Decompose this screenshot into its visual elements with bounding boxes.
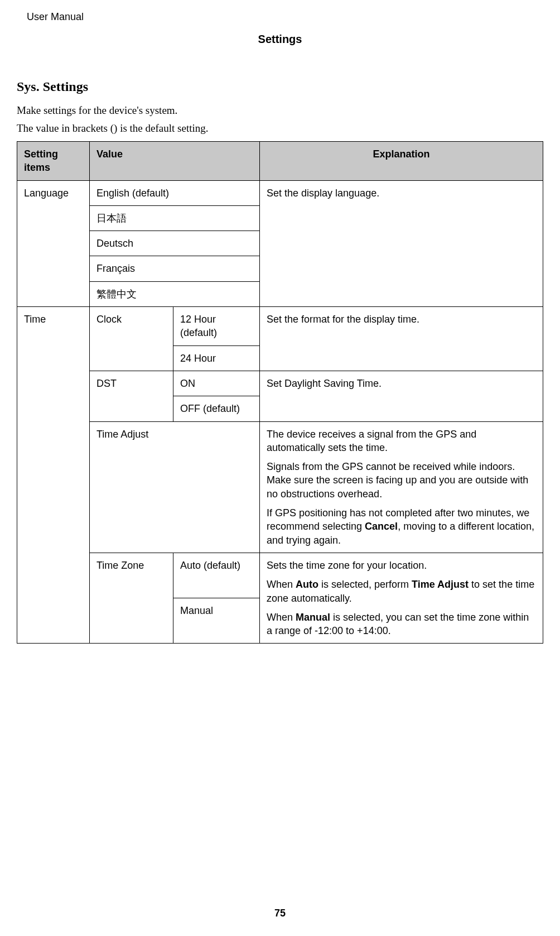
time-adjust-p3: If GPS positioning has not completed aft… xyxy=(267,506,536,547)
cell-dst-explanation: Set Daylight Saving Time. xyxy=(260,371,543,421)
settings-table: Setting items Value Explanation Language… xyxy=(17,141,543,644)
time-adjust-p3b-cancel: Cancel xyxy=(365,521,398,532)
page-number: 75 xyxy=(0,908,560,919)
table-header-explanation: Explanation xyxy=(260,142,543,181)
cell-dst-label: DST xyxy=(90,371,173,421)
doc-title: User Manual xyxy=(27,11,543,23)
cell-time-adjust-label: Time Adjust xyxy=(90,421,260,553)
table-header-setting-items: Setting items xyxy=(17,142,90,181)
cell-language-value-japanese: 日本語 xyxy=(90,205,260,231)
time-adjust-p2: Signals from the GPS cannot be received … xyxy=(267,460,536,501)
intro-paragraph-1: Make settings for the device's system. xyxy=(17,104,543,117)
time-zone-p2d-time-adjust: Time Adjust xyxy=(412,579,469,590)
cell-time-zone-label: Time Zone xyxy=(90,553,173,643)
table-header-value: Value xyxy=(90,142,260,181)
time-adjust-p1: The device receives a signal from the GP… xyxy=(267,428,536,455)
cell-time-zone-manual: Manual xyxy=(173,598,260,644)
chapter-title: Settings xyxy=(17,33,543,46)
time-zone-p3: When Manual is selected, you can set the… xyxy=(267,611,536,638)
cell-language-value-francais: Français xyxy=(90,256,260,281)
intro-paragraph-2: The value in brackets () is the default … xyxy=(17,122,543,135)
cell-time-zone-explanation: Sets the time zone for your location. Wh… xyxy=(260,553,543,643)
time-zone-p1: Sets the time zone for your location. xyxy=(267,559,536,572)
cell-time-label: Time xyxy=(17,307,90,644)
time-zone-p2a: When xyxy=(267,579,296,590)
cell-clock-explanation: Set the format for the display time. xyxy=(260,307,543,371)
time-zone-p3a: When xyxy=(267,612,296,623)
cell-dst-on: ON xyxy=(173,371,260,396)
cell-language-explanation: Set the display language. xyxy=(260,180,543,306)
cell-clock-label: Clock xyxy=(90,307,173,371)
cell-language-value-deutsch: Deutsch xyxy=(90,231,260,256)
time-zone-p2b-auto: Auto xyxy=(296,579,318,590)
cell-language-value-english: English (default) xyxy=(90,180,260,205)
cell-clock-24hour: 24 Hour xyxy=(173,345,260,371)
cell-time-adjust-explanation: The device receives a signal from the GP… xyxy=(260,421,543,553)
time-zone-p3b-manual: Manual xyxy=(296,612,330,623)
cell-clock-12hour: 12 Hour (default) xyxy=(173,307,260,346)
time-zone-p2c: is selected, perform xyxy=(318,579,412,590)
cell-language-value-chinese-trad: 繁體中文 xyxy=(90,281,260,306)
section-heading: Sys. Settings xyxy=(17,79,543,94)
cell-time-zone-auto: Auto (default) xyxy=(173,553,260,598)
time-zone-p2: When Auto is selected, perform Time Adju… xyxy=(267,578,536,605)
cell-dst-off: OFF (default) xyxy=(173,396,260,421)
cell-language-label: Language xyxy=(17,180,90,306)
